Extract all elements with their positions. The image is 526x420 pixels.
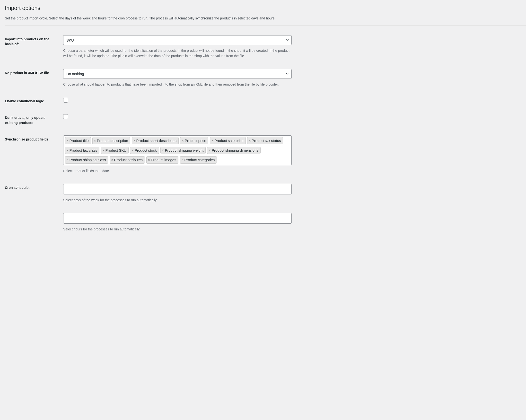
tag-item[interactable]: ×Product description xyxy=(92,137,130,144)
tag-label: Product title xyxy=(70,138,89,143)
multiselect-cron-days[interactable] xyxy=(63,184,292,194)
tag-item[interactable]: ×Product shipping weight xyxy=(161,147,206,154)
label-only-update: Don't create, only update existing produ… xyxy=(5,114,63,125)
tag-label: Product tax class xyxy=(70,148,97,153)
tag-label: Product description xyxy=(97,138,128,143)
close-icon[interactable]: × xyxy=(94,139,96,142)
tag-item[interactable]: ×Product categories xyxy=(180,156,217,164)
tag-label: Product images xyxy=(151,158,176,162)
close-icon[interactable]: × xyxy=(249,139,251,142)
tag-item[interactable]: ×Product title xyxy=(65,137,91,144)
close-icon[interactable]: × xyxy=(133,139,135,142)
label-cron-hours-empty xyxy=(5,213,63,214)
row-no-product: No product in XML/CSV file Do nothing Ch… xyxy=(5,69,526,87)
tag-label: Product shipping dimensions xyxy=(212,148,258,153)
tag-item[interactable]: ×Product attributes xyxy=(110,156,145,164)
tag-label: Product attributes xyxy=(114,158,143,162)
tag-label: Product shipping weight xyxy=(165,148,203,153)
help-cron-days: Select days of the week for the processe… xyxy=(63,197,292,203)
help-cron-hours: Select hours for the processes to run au… xyxy=(63,227,292,232)
tag-item[interactable]: ×Product shipping class xyxy=(65,156,108,164)
multiselect-cron-hours[interactable] xyxy=(63,213,292,224)
select-no-product[interactable]: Do nothing xyxy=(63,69,292,79)
tag-item[interactable]: ×Product shipping dimensions xyxy=(207,147,260,154)
help-sync-fields: Select product fields to update. xyxy=(63,168,292,174)
row-cron-days: Cron schedule: Select days of the week f… xyxy=(5,184,526,203)
close-icon[interactable]: × xyxy=(209,149,211,152)
tag-label: Product price xyxy=(185,138,206,143)
page-description: Set the product import cycle. Select the… xyxy=(5,16,526,26)
row-only-update: Don't create, only update existing produ… xyxy=(5,114,526,125)
label-cron-schedule: Cron schedule: xyxy=(5,184,63,190)
page-title: Import options xyxy=(5,5,526,11)
tag-label: Product categories xyxy=(184,158,215,162)
label-conditional-logic: Enable conditional logic xyxy=(5,97,63,104)
tag-label: Product shipping class xyxy=(70,158,106,162)
select-import-basis[interactable]: SKU xyxy=(63,35,292,45)
close-icon[interactable]: × xyxy=(67,158,69,161)
close-icon[interactable]: × xyxy=(148,158,150,161)
tag-item[interactable]: ×Product images xyxy=(146,156,178,164)
close-icon[interactable]: × xyxy=(162,149,164,152)
tag-item[interactable]: ×Product stock xyxy=(130,147,159,154)
row-cron-hours: Select hours for the processes to run au… xyxy=(5,213,526,232)
tag-label: Product sale price xyxy=(214,138,243,143)
close-icon[interactable]: × xyxy=(212,139,213,142)
tag-item[interactable]: ×Product tax status xyxy=(247,137,283,144)
checkbox-conditional-logic[interactable] xyxy=(63,98,68,103)
label-no-product: No product in XML/CSV file xyxy=(5,69,63,75)
close-icon[interactable]: × xyxy=(111,158,113,161)
checkbox-only-update[interactable] xyxy=(63,114,68,119)
tag-label: Product short description xyxy=(136,138,176,143)
tag-label: Product tax status xyxy=(252,138,281,143)
row-conditional-logic: Enable conditional logic xyxy=(5,97,526,104)
close-icon[interactable]: × xyxy=(182,158,183,161)
multiselect-sync-fields[interactable]: ×Product title×Product description×Produ… xyxy=(63,135,292,165)
tag-item[interactable]: ×Product SKU xyxy=(101,147,129,154)
tag-item[interactable]: ×Product tax class xyxy=(65,147,99,154)
tag-item[interactable]: ×Product short description xyxy=(132,137,179,144)
label-import-basis: Import into products on the basis of: xyxy=(5,35,63,47)
tag-label: Product SKU xyxy=(105,148,126,153)
label-sync-fields: Synchronize product fields: xyxy=(5,135,63,142)
tag-label: Product stock xyxy=(135,148,157,153)
row-sync-fields: Synchronize product fields: ×Product tit… xyxy=(5,135,526,174)
close-icon[interactable]: × xyxy=(132,149,134,152)
help-no-product: Choose what should happen to products th… xyxy=(63,82,292,87)
close-icon[interactable]: × xyxy=(182,139,184,142)
row-import-basis: Import into products on the basis of: SK… xyxy=(5,35,526,59)
close-icon[interactable]: × xyxy=(67,139,69,142)
help-import-basis: Choose a parameter which will be used fo… xyxy=(63,48,292,59)
tag-item[interactable]: ×Product price xyxy=(180,137,208,144)
close-icon[interactable]: × xyxy=(102,149,104,152)
tag-item[interactable]: ×Product sale price xyxy=(210,137,246,144)
close-icon[interactable]: × xyxy=(67,149,69,152)
